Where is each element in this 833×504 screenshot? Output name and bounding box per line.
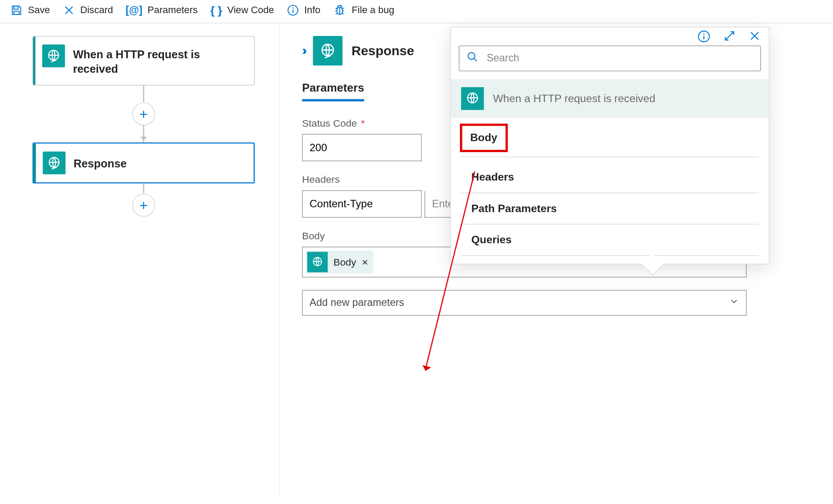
svg-point-1 <box>292 7 294 9</box>
response-title: Response <box>74 151 127 171</box>
source-header[interactable]: When a HTTP request is received <box>451 79 769 118</box>
add-step-button[interactable]: + <box>132 103 155 125</box>
info-button[interactable]: Info <box>287 4 320 17</box>
info-icon[interactable] <box>697 30 711 43</box>
flyout-item-queries[interactable]: Queries <box>461 224 759 256</box>
http-icon <box>307 252 328 273</box>
discard-label: Discard <box>80 4 113 16</box>
close-icon <box>63 4 75 17</box>
bug-icon <box>333 4 346 17</box>
http-icon <box>461 87 484 110</box>
info-icon <box>287 4 299 17</box>
bug-label: File a bug <box>352 4 394 16</box>
search-input[interactable] <box>486 52 754 65</box>
workflow-column: When a HTTP request is received + Respon… <box>30 36 258 217</box>
view-code-button[interactable]: { } View Code <box>210 4 274 17</box>
save-icon <box>10 4 23 17</box>
source-title: When a HTTP request is received <box>493 92 655 105</box>
panel-title: Response <box>352 43 414 58</box>
connector-bottom: + <box>132 183 155 216</box>
designer-toolbar: Save Discard [@] Parameters { } View Cod… <box>0 0 833 23</box>
http-icon <box>43 151 66 174</box>
save-button[interactable]: Save <box>10 4 50 17</box>
parameters-label: Parameters <box>148 4 198 16</box>
parameters-icon: [@] <box>125 4 142 16</box>
braces-icon: { } <box>210 4 222 17</box>
bug-button[interactable]: File a bug <box>333 4 394 17</box>
http-icon <box>313 36 342 66</box>
info-label: Info <box>304 4 320 16</box>
add-new-label: Add new parameters <box>310 297 404 309</box>
status-code-input[interactable] <box>302 134 422 161</box>
svg-point-8 <box>703 33 705 35</box>
discard-button[interactable]: Discard <box>63 4 113 17</box>
token-remove-icon[interactable]: ✕ <box>362 258 369 267</box>
flyout-item-path-parameters[interactable]: Path Parameters <box>461 193 759 224</box>
save-label: Save <box>28 4 50 16</box>
response-card[interactable]: Response <box>32 142 255 184</box>
header-key-input[interactable] <box>302 190 422 217</box>
svg-point-9 <box>468 53 475 59</box>
add-step-after-button[interactable]: + <box>132 194 155 217</box>
search-icon <box>466 51 479 66</box>
connector: + <box>132 85 155 142</box>
collapse-icon[interactable]: ›› <box>302 43 303 58</box>
flyout-item-body[interactable]: Body <box>460 124 508 152</box>
view-code-label: View Code <box>228 4 274 16</box>
trigger-title: When a HTTP request is received <box>73 44 245 77</box>
chevron-down-icon <box>729 296 739 309</box>
http-icon <box>42 44 65 67</box>
tab-parameters[interactable]: Parameters <box>302 82 364 102</box>
body-token[interactable]: Body ✕ <box>306 251 373 273</box>
search-input-wrapper[interactable] <box>459 46 761 71</box>
expand-icon[interactable] <box>723 30 736 43</box>
trigger-card[interactable]: When a HTTP request is received <box>32 36 255 85</box>
designer-canvas: When a HTTP request is received + Respon… <box>0 23 833 498</box>
dynamic-content-flyout: When a HTTP request is received Body Hea… <box>450 27 769 264</box>
token-label: Body <box>334 256 356 268</box>
parameters-button[interactable]: [@] Parameters <box>125 4 197 16</box>
flyout-item-headers[interactable]: Headers <box>461 162 759 193</box>
close-icon[interactable] <box>748 30 761 43</box>
add-new-parameters-dropdown[interactable]: Add new parameters <box>302 290 747 316</box>
